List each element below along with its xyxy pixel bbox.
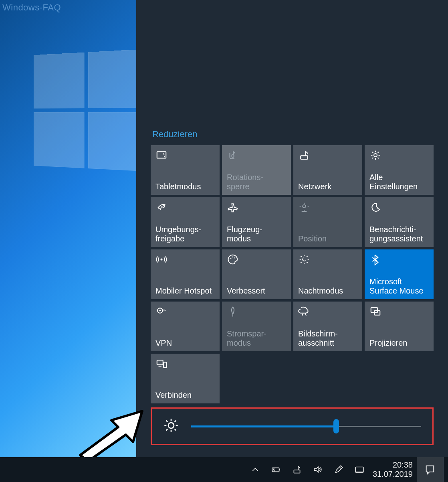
brightness-icon	[163, 417, 179, 435]
tile-battery-saver[interactable]: Stromspar- modus	[222, 302, 291, 351]
tile-label: Rotations- sperre	[227, 173, 286, 192]
gear-icon	[369, 149, 429, 161]
tile-label: Alle Einstellungen	[369, 173, 429, 192]
pen-tray-icon[interactable]	[333, 464, 345, 476]
tile-label: Verbinden	[155, 391, 215, 400]
svg-point-8	[230, 258, 232, 259]
leaf-icon	[227, 306, 286, 318]
svg-point-10	[234, 257, 235, 259]
system-tray	[249, 464, 365, 476]
network-icon	[298, 149, 357, 161]
palette-icon	[227, 253, 286, 265]
tile-rotation-lock[interactable]: Rotations- sperre	[222, 145, 291, 195]
tablet-icon	[155, 149, 215, 161]
rotation-icon	[227, 149, 286, 161]
svg-point-28	[168, 423, 174, 428]
taskbar-clock[interactable]: 20:38 31.07.2019	[373, 460, 413, 479]
tile-label: Netzwerk	[298, 182, 357, 192]
hotspot-icon	[155, 253, 215, 265]
clock-time: 20:38	[373, 460, 413, 470]
svg-line-35	[166, 429, 168, 431]
svg-rect-38	[279, 469, 280, 470]
tile-snip[interactable]: Bildschirm- ausschnitt	[293, 302, 362, 351]
svg-rect-2	[232, 155, 234, 157]
svg-rect-27	[163, 362, 167, 368]
brightness-slider[interactable]	[191, 422, 421, 430]
tile-tablet-mode[interactable]: Tabletmodus	[151, 145, 220, 195]
svg-rect-25	[157, 360, 163, 365]
action-center-button[interactable]	[417, 457, 443, 482]
chevron-up-tray-icon[interactable]	[249, 464, 261, 476]
svg-point-1	[164, 156, 165, 157]
tile-label: Tabletmodus	[155, 182, 215, 192]
tile-airplane[interactable]: Flugzeug- modus	[222, 197, 291, 247]
desktop-background: Windows-FAQ	[0, 0, 136, 457]
svg-rect-41	[355, 467, 363, 472]
svg-point-12	[303, 257, 306, 261]
night-icon	[298, 253, 357, 265]
tile-bluetooth[interactable]: Microsoft Surface Mouse	[365, 249, 434, 299]
svg-line-33	[166, 421, 168, 422]
collapse-button[interactable]: Reduzieren	[151, 129, 198, 140]
vpn-icon	[155, 306, 215, 318]
tile-hotspot[interactable]: Mobiler Hotspot	[151, 249, 220, 299]
tile-label: Microsoft Surface Mouse	[369, 277, 429, 296]
svg-point-21	[159, 310, 161, 312]
tile-label: Umgebungs- freigabe	[155, 225, 215, 244]
watermark-text: Windows-FAQ	[2, 2, 61, 13]
tile-label: Benachrichti- gungsassistent	[369, 225, 429, 244]
show-desktop-button[interactable]	[443, 457, 446, 482]
task-view-tray-icon[interactable]	[353, 464, 365, 476]
tile-connect[interactable]: Verbinden	[151, 354, 220, 403]
clock-date: 31.07.2019	[373, 470, 413, 479]
svg-point-7	[161, 259, 163, 261]
tile-label: Mobiler Hotspot	[155, 286, 215, 296]
moon-icon	[369, 201, 429, 213]
tile-label: Projizieren	[369, 338, 429, 348]
svg-line-19	[301, 262, 302, 263]
tile-network[interactable]: Netzwerk	[293, 145, 362, 195]
svg-point-9	[232, 257, 233, 258]
tile-label: Nachtmodus	[298, 286, 357, 296]
action-center-panel: Reduzieren TabletmodusRotations- sperreN…	[136, 0, 448, 457]
brightness-control	[151, 407, 434, 445]
tile-label: VPN	[155, 338, 215, 348]
svg-line-18	[307, 262, 308, 263]
windows-logo	[34, 49, 136, 176]
tile-focus-assist[interactable]: Benachrichti- gungsassistent	[365, 197, 434, 247]
tile-vpn[interactable]: VPN	[151, 302, 220, 351]
svg-point-6	[303, 205, 306, 208]
tile-label: Stromspar- modus	[227, 329, 286, 348]
quick-action-grid: TabletmodusRotations- sperreNetzwerkAlle…	[151, 145, 434, 403]
svg-rect-3	[301, 156, 308, 159]
svg-line-17	[301, 256, 302, 257]
tile-project[interactable]: Projizieren	[365, 302, 434, 351]
volume-tray-icon[interactable]	[312, 464, 324, 476]
location-icon	[298, 201, 357, 213]
tile-enhance[interactable]: Verbessert	[222, 249, 291, 299]
share-icon	[155, 201, 215, 213]
taskbar: 20:38 31.07.2019	[0, 457, 448, 482]
tile-label: Position	[298, 234, 357, 244]
bluetooth-icon	[369, 253, 429, 265]
connect-icon	[155, 358, 215, 370]
project-icon	[369, 306, 429, 318]
tile-location[interactable]: Position	[293, 197, 362, 247]
tile-label: Bildschirm- ausschnitt	[298, 329, 357, 348]
svg-line-34	[175, 429, 176, 431]
svg-point-5	[374, 154, 377, 157]
tile-night-light[interactable]: Nachtmodus	[293, 249, 362, 299]
svg-line-36	[175, 421, 176, 422]
svg-line-20	[307, 256, 308, 257]
snip-icon	[298, 306, 357, 318]
battery-tray-icon[interactable]	[270, 464, 282, 476]
svg-rect-39	[294, 470, 300, 473]
network-tray-icon[interactable]	[291, 464, 303, 476]
tile-label: Flugzeug- modus	[227, 225, 286, 244]
tile-nearby-share[interactable]: Umgebungs- freigabe	[151, 197, 220, 247]
tile-all-settings[interactable]: Alle Einstellungen	[365, 145, 434, 195]
tile-label: Verbessert	[227, 286, 286, 296]
airplane-icon	[227, 201, 286, 213]
